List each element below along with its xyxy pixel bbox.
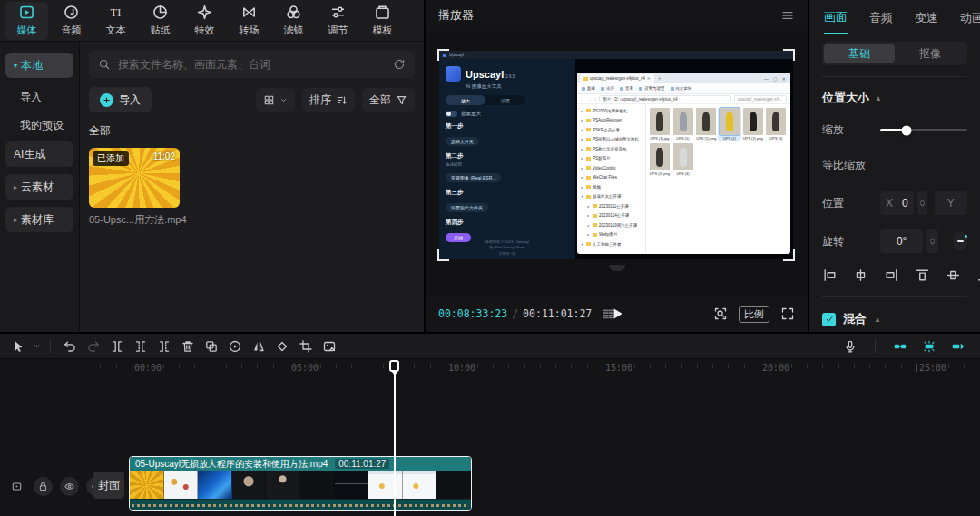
upscayl-subtitle: AI 图像放大工具: [466, 83, 569, 90]
upscayl-tabs: 放大设置: [446, 95, 525, 105]
props-tab[interactable]: 音频: [869, 1, 893, 34]
props-tab[interactable]: 变速: [915, 1, 938, 34]
position-x-field[interactable]: X0: [880, 191, 914, 215]
sidebar-subitem[interactable]: 我的预设: [0, 113, 79, 138]
props-subtab[interactable]: 基础: [824, 44, 895, 63]
select-button[interactable]: [7, 336, 29, 357]
overlay-icon: [204, 339, 219, 354]
sidebar-item[interactable]: AI生成: [5, 141, 74, 167]
sidebar-item[interactable]: ▸云素材: [5, 174, 74, 200]
media-thumbnail[interactable]: 已添加 11:02: [89, 148, 180, 208]
sidebar-item[interactable]: ▾本地: [5, 53, 74, 78]
lock-button[interactable]: [34, 477, 53, 496]
playhead-handle[interactable]: [389, 360, 399, 372]
top-tab-sticker[interactable]: 贴纸: [139, 2, 181, 40]
filmstrip-frame: [198, 471, 232, 499]
import-button[interactable]: 导入: [89, 87, 152, 112]
selection-corner[interactable]: [783, 249, 795, 261]
top-tab-template[interactable]: 模板: [361, 2, 404, 40]
split-delete-right-button[interactable]: [153, 336, 175, 357]
align-left-icon[interactable]: [822, 268, 838, 283]
search-input[interactable]: [118, 58, 386, 71]
fullscreen-icon[interactable]: [780, 307, 795, 321]
magnet-button[interactable]: [889, 336, 911, 357]
video-preview[interactable]: Upscayl Upscayl2.6.5 AI 图像放大工具 放大设置 批量放大: [439, 51, 793, 259]
chevron-down-icon: ▾: [14, 62, 17, 70]
smart-matting-button[interactable]: [318, 336, 340, 357]
rotate-button[interactable]: [271, 336, 293, 357]
sidebar-subitem[interactable]: 导入: [0, 85, 79, 110]
position-y-field[interactable]: Y: [935, 191, 968, 215]
eye-button[interactable]: [60, 477, 79, 496]
linkage-button[interactable]: [947, 336, 969, 357]
rotate-dial[interactable]: [953, 231, 967, 251]
mic-button[interactable]: [839, 336, 861, 357]
clip-title: 05-Upscayl无损放大程序的安装和使用方法.mp4: [135, 458, 328, 471]
stage-resize-handle[interactable]: [609, 265, 625, 271]
zoom-frame-icon[interactable]: [713, 307, 728, 321]
props-subtab[interactable]: 抠像: [895, 44, 965, 63]
scale-slider[interactable]: [880, 129, 967, 131]
position-size-section[interactable]: 位置大小▲: [822, 90, 967, 106]
redo-button[interactable]: [83, 336, 104, 357]
top-tab-filter[interactable]: 滤镜: [272, 2, 315, 40]
selection-corner[interactable]: [783, 49, 795, 61]
selection-corner[interactable]: [437, 49, 449, 61]
sidebar-item[interactable]: ▸素材库: [5, 207, 74, 232]
ratio-button[interactable]: 比例: [739, 306, 769, 323]
top-tab-text[interactable]: TI 文本: [94, 2, 137, 40]
video-clip[interactable]: 05-Upscayl无损放大程序的安装和使用方法.mp4 00:11:01:27: [129, 456, 472, 511]
top-tab-effect[interactable]: 特效: [183, 2, 226, 40]
undo-button[interactable]: [59, 336, 81, 357]
magnet-icon: [893, 339, 907, 354]
align-bottom-icon[interactable]: [976, 268, 980, 283]
rotate-stepper[interactable]: [926, 229, 938, 253]
props-tab[interactable]: 画面: [824, 0, 848, 34]
view-mode-button[interactable]: [256, 88, 295, 112]
track-play-button[interactable]: [7, 477, 26, 496]
media-filename: 05-Upsc...用方法.mp4: [89, 213, 180, 227]
selection-corner[interactable]: [437, 249, 449, 261]
sort-icon: [336, 94, 348, 106]
top-tab-audio[interactable]: 音频: [50, 2, 93, 40]
crop-button[interactable]: [295, 336, 317, 357]
scale-label: 缩放: [822, 122, 880, 138]
align-center-v-icon[interactable]: [946, 268, 961, 283]
top-tab-media[interactable]: 媒体: [5, 2, 48, 40]
play-button[interactable]: [609, 306, 625, 322]
filter-button[interactable]: 全部: [362, 88, 415, 112]
overlay-button[interactable]: [201, 336, 222, 357]
split-delete-left-button[interactable]: [130, 336, 152, 357]
split-button[interactable]: [106, 336, 128, 357]
cover-button[interactable]: 封面: [93, 472, 124, 499]
freeze-frame-button[interactable]: [224, 336, 246, 357]
menu-icon[interactable]: [780, 8, 795, 23]
align-center-h-icon[interactable]: [853, 268, 868, 283]
media-icon: [18, 4, 35, 21]
auto-snap-button[interactable]: [918, 336, 940, 357]
sort-button[interactable]: 排序: [302, 88, 355, 112]
props-tab[interactable]: 动画: [960, 1, 980, 34]
rotate-field[interactable]: 0°: [880, 229, 923, 253]
mirror-button[interactable]: [248, 336, 270, 357]
filmstrip-frame: [436, 471, 471, 499]
preview-selection[interactable]: Upscayl Upscayl2.6.5 AI 图像放大工具 放大设置 批量放大: [437, 49, 795, 261]
chevron-down-button[interactable]: [31, 336, 42, 357]
refresh-icon[interactable]: [393, 58, 406, 71]
top-toolbar: 媒体 音频 TI 文本 贴纸 特效 转场 滤镜 调节 模板: [0, 0, 424, 42]
top-tab-adjust[interactable]: 调节: [317, 2, 359, 40]
timeline-ruler[interactable]: 00:0005:0010:0015:0020:0025:00: [0, 359, 980, 379]
tree-folder: ▸PSKP会员分享: [577, 125, 645, 135]
media-card[interactable]: 已添加 11:02 05-Upsc...用方法.mp4: [89, 148, 180, 227]
filmstrip-frame: [266, 471, 300, 499]
position-x-stepper[interactable]: [917, 191, 927, 215]
file-item: UPS (1).jpg: [648, 108, 671, 141]
align-right-icon[interactable]: [884, 268, 899, 283]
playhead-line[interactable]: [394, 361, 396, 516]
blend-checkbox[interactable]: [822, 313, 836, 326]
delete-button[interactable]: [177, 336, 199, 357]
filmstrip-frame: [164, 471, 199, 499]
scale-slider-knob[interactable]: [901, 125, 911, 135]
top-tab-transition[interactable]: 转场: [228, 2, 270, 40]
align-top-icon[interactable]: [915, 268, 930, 283]
